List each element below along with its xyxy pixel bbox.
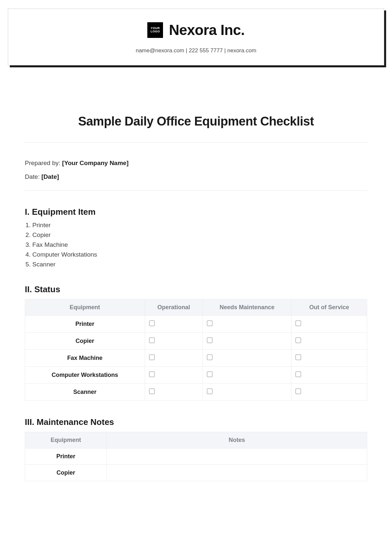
- col-operational: Operational: [145, 299, 203, 316]
- checkbox-icon[interactable]: [207, 337, 213, 343]
- equipment-list: 1. Printer 2. Copier 3. Fax Machine 4. C…: [25, 222, 367, 268]
- list-item: 1. Printer: [25, 222, 367, 229]
- prepared-by-row: Prepared by: [Your Company Name]: [25, 160, 367, 167]
- checkbox-cell: [145, 333, 203, 350]
- checkbox-icon[interactable]: [149, 388, 155, 394]
- date-value: [Date]: [41, 173, 59, 180]
- checkbox-icon[interactable]: [295, 388, 301, 394]
- checkbox-cell: [203, 384, 291, 401]
- logo-text-line2: LOGO: [151, 30, 160, 33]
- equipment-cell: Scanner: [25, 384, 145, 401]
- checkbox-cell: [145, 316, 203, 333]
- table-row: Scanner: [25, 384, 367, 401]
- checkbox-icon[interactable]: [149, 337, 155, 343]
- col-notes: Notes: [107, 432, 367, 448]
- table-row: Printer: [25, 316, 367, 333]
- equipment-cell: Copier: [25, 333, 145, 350]
- prepared-by-value: [Your Company Name]: [62, 160, 128, 166]
- date-label: Date:: [25, 173, 40, 180]
- table-row: Printer: [25, 448, 367, 465]
- prepared-by-label: Prepared by:: [25, 160, 60, 166]
- logo-placeholder: YOUR LOGO: [147, 22, 163, 38]
- equipment-cell: Fax Machine: [25, 350, 145, 367]
- checkbox-icon[interactable]: [295, 320, 301, 326]
- checkbox-icon[interactable]: [207, 354, 213, 360]
- equipment-cell: Computer Workstations: [25, 367, 145, 384]
- table-header-row: Equipment Notes: [25, 432, 367, 448]
- checkbox-icon[interactable]: [295, 337, 301, 343]
- col-needs-maintenance: Needs Maintenance: [203, 299, 291, 316]
- table-row: Fax Machine: [25, 350, 367, 367]
- table-row: Copier: [25, 465, 367, 481]
- document-page: YOUR LOGO Nexora Inc. name@nexora.com | …: [0, 0, 392, 481]
- checkbox-cell: [291, 367, 367, 384]
- table-row: Copier: [25, 333, 367, 350]
- document-title: Sample Daily Office Equipment Checklist: [25, 114, 367, 128]
- date-row: Date: [Date]: [25, 173, 367, 180]
- status-table: Equipment Operational Needs Maintenance …: [25, 299, 367, 401]
- notes-table: Equipment Notes Printer Copier: [25, 432, 367, 481]
- contact-line: name@nexora.com | 222 555 7777 | nexora.…: [15, 47, 377, 54]
- logo-row: YOUR LOGO Nexora Inc.: [15, 22, 377, 38]
- checkbox-cell: [145, 367, 203, 384]
- list-item: 4. Computer Workstations: [25, 251, 367, 258]
- checkbox-cell: [145, 350, 203, 367]
- checkbox-icon[interactable]: [149, 354, 155, 360]
- checkbox-cell: [291, 333, 367, 350]
- equipment-cell: Printer: [25, 448, 107, 465]
- equipment-cell: Copier: [25, 465, 107, 481]
- meta-block: Prepared by: [Your Company Name] Date: […: [25, 160, 367, 180]
- content-area: Sample Daily Office Equipment Checklist …: [8, 114, 384, 481]
- checkbox-icon[interactable]: [207, 388, 213, 394]
- company-name: Nexora Inc.: [169, 22, 245, 38]
- list-item: 5. Scanner: [25, 261, 367, 268]
- notes-cell[interactable]: [107, 465, 367, 481]
- checkbox-cell: [291, 316, 367, 333]
- checkbox-cell: [291, 350, 367, 367]
- checkbox-icon[interactable]: [295, 371, 301, 377]
- section-heading-equipment: I. Equipment Item: [25, 207, 367, 217]
- equipment-cell: Printer: [25, 316, 145, 333]
- checkbox-icon[interactable]: [207, 320, 213, 326]
- list-item: 2. Copier: [25, 231, 367, 239]
- checkbox-cell: [203, 333, 291, 350]
- header-box: YOUR LOGO Nexora Inc. name@nexora.com | …: [8, 8, 384, 65]
- checkbox-cell: [145, 384, 203, 401]
- col-equipment: Equipment: [25, 299, 145, 316]
- notes-cell[interactable]: [107, 448, 367, 465]
- checkbox-icon[interactable]: [207, 371, 213, 377]
- checkbox-icon[interactable]: [295, 354, 301, 360]
- checkbox-icon[interactable]: [149, 320, 155, 326]
- divider: [25, 190, 367, 191]
- col-equipment: Equipment: [25, 432, 107, 448]
- col-out-of-service: Out of Service: [291, 299, 367, 316]
- list-item: 3. Fax Machine: [25, 241, 367, 248]
- section-heading-notes: III. Maintenance Notes: [25, 417, 367, 427]
- table-row: Computer Workstations: [25, 367, 367, 384]
- checkbox-cell: [291, 384, 367, 401]
- checkbox-cell: [203, 367, 291, 384]
- checkbox-icon[interactable]: [149, 371, 155, 377]
- section-heading-status: II. Status: [25, 284, 367, 295]
- checkbox-cell: [203, 316, 291, 333]
- checkbox-cell: [203, 350, 291, 367]
- divider: [25, 142, 367, 143]
- table-header-row: Equipment Operational Needs Maintenance …: [25, 299, 367, 316]
